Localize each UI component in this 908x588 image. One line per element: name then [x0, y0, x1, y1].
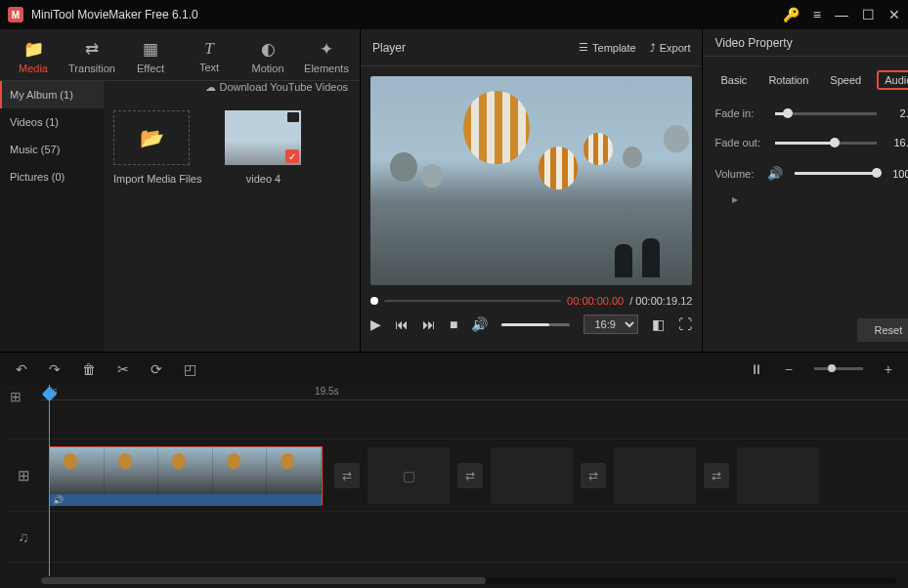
transition-slot-2[interactable]: ⇄ — [457, 463, 483, 488]
folder-open-icon: 📂 — [140, 126, 164, 149]
player-preview[interactable] — [370, 76, 692, 285]
media-item-video-4[interactable]: ✓ video 4 — [225, 110, 301, 185]
text-icon: T — [180, 39, 238, 59]
zoom-out-button[interactable]: − — [785, 361, 793, 377]
tab-motion-label: Motion — [251, 63, 283, 74]
video-track[interactable]: ⊞ 🔊 ⇄ ▢ ⇄ ⇄ — [6, 440, 908, 512]
prop-tab-basic[interactable]: Basic — [714, 70, 753, 90]
empty-slot-3[interactable] — [614, 447, 696, 504]
timeline-toolbar: ↶ ↷ 🗑 ✂ ⟳ ◰ ⏸ − + — [0, 352, 908, 385]
fade-out-value: 16.0s — [885, 137, 908, 148]
prev-frame-button[interactable]: ⏮ — [395, 316, 409, 332]
fade-in-label: Fade in: — [714, 107, 767, 119]
clip-audio-icon: 🔊 — [53, 495, 64, 505]
fullscreen-icon[interactable]: ⛶ — [678, 316, 692, 332]
sidebar-item-my-album[interactable]: My Album (1) — [0, 81, 104, 108]
reset-button[interactable]: Reset — [857, 318, 908, 342]
split-button[interactable]: ✂ — [117, 361, 129, 377]
zoom-in-button[interactable]: + — [885, 361, 892, 377]
tab-transition-label: Transition — [68, 63, 115, 74]
prop-tab-rotation[interactable]: Rotation — [762, 70, 814, 90]
minimize-button[interactable]: — — [835, 7, 848, 22]
maximize-button[interactable]: ☐ — [862, 7, 875, 22]
fit-icon[interactable]: ◧ — [652, 316, 665, 332]
audio-track[interactable]: ♫ — [6, 512, 908, 563]
fade-out-slider[interactable] — [775, 142, 877, 145]
volume-label: Volume: — [714, 168, 767, 180]
export-label: Export — [660, 42, 691, 54]
timeline-ruler[interactable]: 0s 19.5s — [41, 385, 908, 400]
sidebar-item-pictures[interactable]: Pictures (0) — [0, 163, 104, 190]
empty-slot-2[interactable] — [491, 447, 573, 504]
timeline-scrollbar[interactable] — [41, 577, 896, 584]
volume-value: 100% — [885, 168, 908, 180]
key-icon[interactable]: 🔑 — [783, 7, 800, 22]
volume-icon[interactable]: 🔊 — [471, 316, 488, 332]
track-spacer — [6, 400, 908, 440]
template-label: Template — [592, 42, 636, 54]
tab-effect-label: Effect — [137, 63, 164, 74]
tab-text[interactable]: T Text — [180, 35, 238, 80]
prop-tab-audio[interactable]: Audio — [877, 70, 908, 90]
timeline-audio-icon[interactable]: ⏸ — [750, 361, 763, 377]
app-title: MiniTool MovieMaker Free 6.1.0 — [31, 8, 783, 21]
volume-prop-slider[interactable] — [795, 172, 877, 175]
template-icon: ☰ — [579, 41, 588, 54]
sidebar-item-videos[interactable]: Videos (1) — [0, 108, 104, 136]
audio-track-icon: ♫ — [6, 528, 41, 545]
zoom-slider[interactable] — [814, 367, 863, 370]
timeline: ⊞ 0s 19.5s ⊞ 🔊 — [0, 385, 908, 588]
property-title: Video Property — [703, 29, 908, 57]
transition-slot-1[interactable]: ⇄ — [334, 463, 360, 488]
transition-icon: ⇄ — [63, 39, 121, 60]
redo-button[interactable]: ↷ — [49, 361, 61, 377]
empty-slot-1[interactable]: ▢ — [368, 447, 450, 504]
tab-elements[interactable]: ✦ Elements — [297, 35, 356, 80]
player-title: Player — [372, 41, 565, 55]
play-button[interactable]: ▶ — [370, 316, 381, 332]
export-button[interactable]: ⤴Export — [650, 42, 691, 54]
video-track-icon: ⊞ — [6, 467, 41, 484]
timeline-add-button[interactable]: ⊞ — [10, 389, 22, 404]
import-media-button[interactable]: 📂 Import Media Files — [113, 110, 201, 185]
menu-icon[interactable]: ≡ — [813, 7, 821, 22]
tab-media[interactable]: 📁 Media — [4, 35, 63, 80]
player-scrubber[interactable]: 00:00:00.00 / 00:00:19.12 — [370, 295, 692, 307]
titlebar: M MiniTool MovieMaker Free 6.1.0 🔑 ≡ — ☐… — [0, 0, 908, 29]
media-sidebar: My Album (1) Videos (1) Music (57) Pictu… — [0, 81, 104, 352]
fade-in-value: 2.0s — [885, 107, 908, 119]
prop-tab-speed[interactable]: Speed — [824, 70, 867, 90]
scrub-handle[interactable] — [370, 297, 378, 305]
tab-media-label: Media — [19, 63, 48, 74]
empty-slot-4[interactable] — [737, 447, 819, 504]
crop-button[interactable]: ◰ — [184, 361, 196, 377]
transition-slot-3[interactable]: ⇄ — [581, 463, 606, 488]
check-icon: ✓ — [285, 149, 299, 163]
main-toolbar: 📁 Media ⇄ Transition ▦ Effect T Text ◐ M… — [0, 29, 360, 81]
aspect-ratio-select[interactable]: 16:9 — [584, 315, 638, 334]
stop-button[interactable]: ■ — [450, 316, 457, 332]
tab-text-label: Text — [199, 62, 219, 73]
transition-slot-4[interactable]: ⇄ — [704, 463, 729, 488]
elements-icon: ✦ — [297, 39, 356, 60]
export-icon: ⤴ — [650, 42, 656, 54]
undo-button[interactable]: ↶ — [16, 361, 27, 377]
tab-transition[interactable]: ⇄ Transition — [63, 35, 121, 80]
sidebar-item-music[interactable]: Music (57) — [0, 136, 104, 163]
close-button[interactable]: ✕ — [888, 7, 900, 22]
template-button[interactable]: ☰Template — [579, 41, 636, 54]
volume-slider[interactable] — [501, 323, 570, 326]
media-panel: 📁 Media ⇄ Transition ▦ Effect T Text ◐ M… — [0, 29, 361, 352]
next-frame-button[interactable]: ⏭ — [422, 316, 436, 332]
panel-collapse-button[interactable]: ▸ — [729, 188, 741, 211]
delete-button[interactable]: 🗑 — [82, 361, 96, 377]
tab-motion[interactable]: ◐ Motion — [238, 35, 297, 80]
speed-button[interactable]: ⟳ — [151, 361, 162, 377]
speaker-icon[interactable]: 🔊 — [767, 166, 783, 181]
download-youtube-link[interactable]: ☁ Download YouTube Videos — [205, 81, 348, 94]
playhead[interactable] — [49, 385, 50, 576]
tab-effect[interactable]: ▦ Effect — [121, 35, 180, 80]
video-clip[interactable]: 🔊 — [49, 446, 323, 505]
import-media-label: Import Media Files — [113, 173, 201, 185]
fade-in-slider[interactable] — [775, 112, 877, 115]
